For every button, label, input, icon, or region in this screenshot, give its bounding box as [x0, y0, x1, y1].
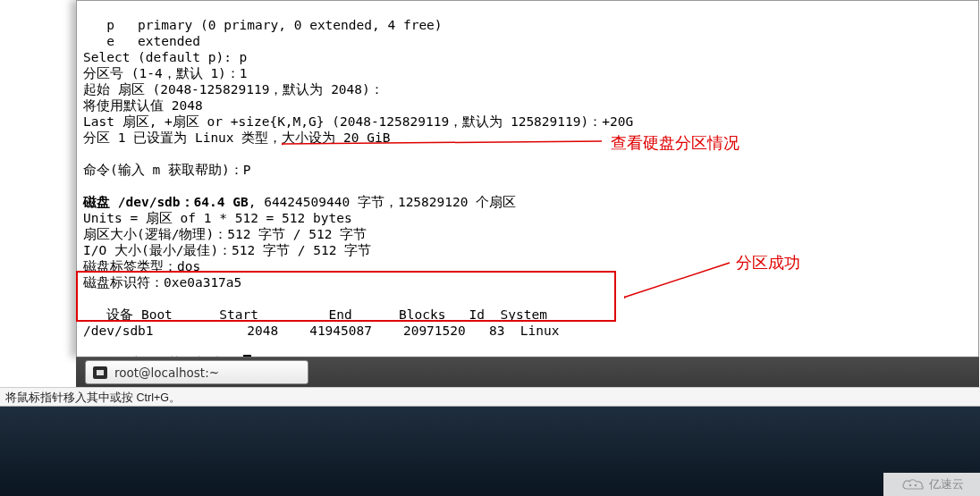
svg-point-2 — [908, 484, 911, 487]
status-text: 将鼠标指针移入其中或按 Ctrl+G。 — [5, 391, 181, 404]
terminal-line: 磁盘标识符：0xe0a317a5 — [83, 275, 241, 290]
cloud-icon — [900, 477, 925, 492]
annotation-partition-success: 分区成功 — [736, 252, 800, 273]
terminal-line: I/O 大小(最小/最佳)：512 字节 / 512 字节 — [83, 243, 371, 257]
watermark: 亿速云 — [883, 473, 980, 496]
terminal-line: 命令(输入 m 获取帮助)：P — [83, 163, 250, 177]
terminal-line: 磁盘标签类型：dos — [83, 259, 200, 273]
terminal-line: 磁盘 /dev/sdb：64.4 GB — [83, 195, 249, 209]
terminal-line: Last 扇区, +扇区 or +size{K,M,G} (2048-12582… — [83, 114, 633, 129]
terminal-line: e extended — [83, 34, 200, 48]
terminal-line: /dev/sdb1 2048 41945087 20971520 83 Linu… — [83, 324, 560, 338]
terminal-line: p primary (0 primary, 0 extended, 4 free… — [83, 18, 443, 32]
watermark-text: 亿速云 — [929, 476, 964, 492]
terminal-line: 将使用默认值 2048 — [83, 98, 203, 113]
terminal-line: 扇区大小(逻辑/物理)：512 字节 / 512 字节 — [83, 227, 367, 241]
terminal-line: Select (default p): p — [83, 50, 247, 64]
terminal-line: 设备 Boot Start End Blocks Id System — [83, 307, 547, 322]
annotation-view-partition: 查看硬盘分区情况 — [611, 132, 739, 154]
terminal-line: 起始 扇区 (2048-125829119，默认为 2048)： — [83, 82, 384, 97]
svg-point-3 — [914, 484, 917, 487]
terminal-line: 分区号 (1-4，默认 1)：1 — [83, 66, 248, 80]
terminal-line: 分区 1 已设置为 Linux 类型，大小设为 20 GiB — [83, 130, 390, 145]
terminal-output: p primary (0 primary, 0 extended, 4 free… — [77, 1, 978, 387]
terminal-window[interactable]: p primary (0 primary, 0 extended, 4 free… — [76, 0, 979, 357]
taskbar-item-label: root@localhost:~ — [114, 366, 219, 380]
terminal-line: , 64424509440 字节，125829120 个扇区 — [249, 195, 517, 209]
desktop-background — [0, 407, 980, 496]
taskbar-item-terminal[interactable]: root@localhost:~ — [85, 360, 308, 384]
terminal-line: Units = 扇区 of 1 * 512 = 512 bytes — [83, 211, 352, 225]
terminal-icon — [93, 366, 107, 379]
taskbar: root@localhost:~ — [76, 357, 979, 387]
vm-status-bar: 将鼠标指针移入其中或按 Ctrl+G。 — [0, 387, 980, 407]
